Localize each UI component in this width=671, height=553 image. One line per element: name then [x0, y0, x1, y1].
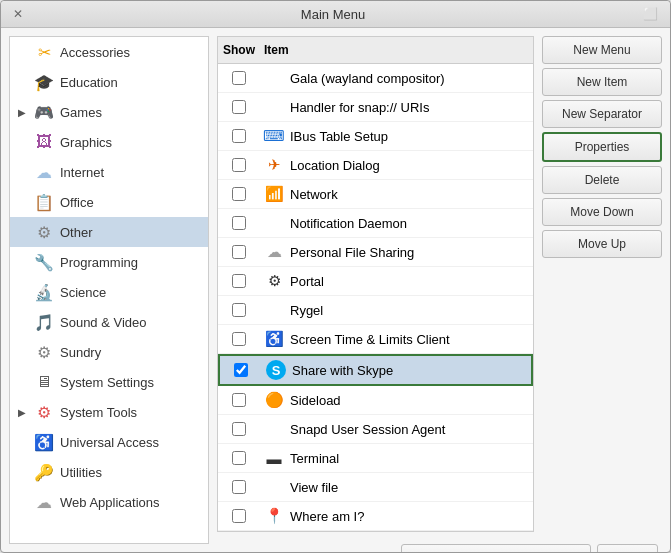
sidebar-item-label: Games	[60, 105, 102, 120]
sidebar-item-label: Graphics	[60, 135, 112, 150]
row-checkbox[interactable]	[232, 480, 246, 494]
item-label: View file	[290, 480, 338, 495]
item-icon: 🟠	[264, 390, 284, 410]
table-row[interactable]: ⚙Portal	[218, 267, 533, 296]
row-checkbox[interactable]	[232, 187, 246, 201]
new-menu-button[interactable]: New Menu	[542, 36, 662, 64]
row-checkbox[interactable]	[232, 303, 246, 317]
table-row[interactable]: Gala (wayland compositor)	[218, 64, 533, 93]
row-checkbox[interactable]	[232, 129, 246, 143]
item-label: Handler for snap:// URIs	[290, 100, 429, 115]
table-row[interactable]: ☁Personal File Sharing	[218, 238, 533, 267]
sidebar-item-programming[interactable]: 🔧Programming	[10, 247, 208, 277]
check-cell	[218, 216, 260, 230]
check-cell	[218, 332, 260, 346]
check-cell	[218, 100, 260, 114]
table-row[interactable]: ✈Location Dialog	[218, 151, 533, 180]
item-label: Network	[290, 187, 338, 202]
sidebar-item-label: Internet	[60, 165, 104, 180]
sidebar-item-label: Office	[60, 195, 94, 210]
item-icon: ♿	[264, 329, 284, 349]
sidebar-item-label: Web Applications	[60, 495, 160, 510]
table-row[interactable]: ♿Screen Time & Limits Client	[218, 325, 533, 354]
footer: Restore System Configuration Close	[217, 538, 662, 552]
row-checkbox[interactable]	[232, 393, 246, 407]
close-button[interactable]: Close	[597, 544, 658, 552]
table-row[interactable]: Notification Daemon	[218, 209, 533, 238]
row-checkbox[interactable]	[232, 100, 246, 114]
sidebar-item-label: Utilities	[60, 465, 102, 480]
item-icon	[264, 97, 284, 117]
item-label: Terminal	[290, 451, 339, 466]
sidebar-item-science[interactable]: 🔬Science	[10, 277, 208, 307]
properties-button[interactable]: Properties	[542, 132, 662, 162]
sidebar-item-sysset[interactable]: 🖥System Settings	[10, 367, 208, 397]
row-checkbox[interactable]	[232, 71, 246, 85]
row-checkbox[interactable]	[232, 509, 246, 523]
sidebar-item-universal[interactable]: ♿Universal Access	[10, 427, 208, 457]
table-row[interactable]: Handler for snap:// URIs	[218, 93, 533, 122]
sidebar-item-education[interactable]: 🎓Education	[10, 67, 208, 97]
check-cell	[218, 422, 260, 436]
sidebar-item-systools[interactable]: ▶⚙System Tools	[10, 397, 208, 427]
table-row[interactable]: 📍Where am I?	[218, 502, 533, 531]
arrow-icon: ▶	[18, 107, 28, 118]
sidebar-item-other[interactable]: ⚙Other	[10, 217, 208, 247]
check-cell	[218, 274, 260, 288]
delete-button[interactable]: Delete	[542, 166, 662, 194]
restore-button[interactable]: Restore System Configuration	[401, 544, 591, 552]
item-cell: Gala (wayland compositor)	[260, 66, 533, 90]
internet-icon: ☁	[34, 162, 54, 182]
buttons-panel: New Menu New Item New Separator Properti…	[542, 36, 662, 532]
table-row[interactable]: ⌨IBus Table Setup	[218, 122, 533, 151]
row-checkbox[interactable]	[232, 245, 246, 259]
table-header: Show Item	[218, 37, 533, 64]
item-label: Share with Skype	[292, 363, 393, 378]
sidebar-item-webapps[interactable]: ☁Web Applications	[10, 487, 208, 517]
accessories-icon: ✂	[34, 42, 54, 62]
row-checkbox[interactable]	[232, 216, 246, 230]
row-checkbox[interactable]	[232, 451, 246, 465]
sidebar-item-games[interactable]: ▶🎮Games	[10, 97, 208, 127]
check-cell	[218, 393, 260, 407]
col-show-header: Show	[218, 41, 260, 59]
close-title-icon[interactable]: ✕	[9, 5, 27, 23]
table-row[interactable]: 🟠Sideload	[218, 386, 533, 415]
sidebar-item-utilities[interactable]: 🔑Utilities	[10, 457, 208, 487]
programming-icon: 🔧	[34, 252, 54, 272]
table-row[interactable]: SShare with Skype	[218, 354, 533, 386]
row-checkbox[interactable]	[232, 158, 246, 172]
sidebar-item-label: Science	[60, 285, 106, 300]
row-checkbox[interactable]	[232, 274, 246, 288]
item-icon: ▬	[264, 448, 284, 468]
table-row[interactable]: Snapd User Session Agent	[218, 415, 533, 444]
sidebar-item-label: Universal Access	[60, 435, 159, 450]
row-checkbox[interactable]	[232, 422, 246, 436]
item-label: Screen Time & Limits Client	[290, 332, 450, 347]
item-cell: ▬Terminal	[260, 446, 533, 470]
move-down-button[interactable]: Move Down	[542, 198, 662, 226]
row-checkbox[interactable]	[232, 332, 246, 346]
table-row[interactable]: View file	[218, 473, 533, 502]
sidebar-item-accessories[interactable]: ✂Accessories	[10, 37, 208, 67]
move-up-button[interactable]: Move Up	[542, 230, 662, 258]
sidebar-item-graphics[interactable]: 🖼Graphics	[10, 127, 208, 157]
restore-title-icon[interactable]: ⬜	[639, 5, 662, 23]
table-row[interactable]: Rygel	[218, 296, 533, 325]
table-row[interactable]: 📶Network	[218, 180, 533, 209]
sidebar-item-internet[interactable]: ☁Internet	[10, 157, 208, 187]
other-icon: ⚙	[34, 222, 54, 242]
graphics-icon: 🖼	[34, 132, 54, 152]
sidebar-item-sound[interactable]: 🎵Sound & Video	[10, 307, 208, 337]
check-cell	[218, 509, 260, 523]
sidebar-item-sundry[interactable]: ⚙Sundry	[10, 337, 208, 367]
new-separator-button[interactable]: New Separator	[542, 100, 662, 128]
window-title: Main Menu	[27, 7, 639, 22]
table-row[interactable]: ▬Terminal	[218, 444, 533, 473]
item-cell: ⚙Portal	[260, 269, 533, 293]
new-item-button[interactable]: New Item	[542, 68, 662, 96]
sidebar-item-office[interactable]: 📋Office	[10, 187, 208, 217]
item-cell: ✈Location Dialog	[260, 153, 533, 177]
row-checkbox[interactable]	[234, 363, 248, 377]
check-cell	[218, 187, 260, 201]
